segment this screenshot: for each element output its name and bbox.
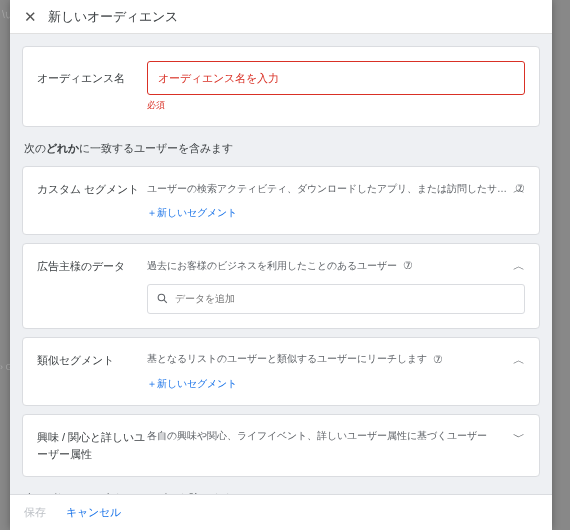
help-icon[interactable]: ⑦ xyxy=(433,352,443,367)
audience-name-input[interactable] xyxy=(147,61,525,95)
save-button: 保存 xyxy=(24,505,46,520)
audience-name-label: オーディエンス名 xyxy=(37,61,147,86)
svg-point-0 xyxy=(158,294,165,301)
chevron-down-icon[interactable]: ﹀ xyxy=(513,429,525,446)
chevron-up-icon[interactable]: ︿ xyxy=(513,258,525,275)
interests-demographics-panel: 興味 / 関心と詳しいユーザー属性 各自の興味や関心、ライフイベント、詳しいユー… xyxy=(22,414,540,477)
modal-header: ✕ 新しいオーディエンス xyxy=(10,0,552,34)
data-search-box[interactable] xyxy=(147,284,525,314)
chevron-up-icon[interactable]: ︿ xyxy=(513,352,525,369)
advertiser-data-panel: 広告主様のデータ 過去にお客様のビジネスを利用したことのあるユーザー ⑦ ︿ xyxy=(22,243,540,328)
similar-segments-panel: 類似セグメント 基となるリストのユーザーと類似するユーザーにリーチします ⑦ ＋… xyxy=(22,337,540,406)
modal-footer: 保存 キャンセル xyxy=(10,494,552,530)
custom-segments-panel: カスタム セグメント ユーザーの検索アクティビティ、ダウンロードしたアプリ、また… xyxy=(22,166,540,235)
svg-line-1 xyxy=(164,300,167,303)
panel-desc: 過去にお客様のビジネスを利用したことのあるユーザー xyxy=(147,259,397,273)
close-icon[interactable]: ✕ xyxy=(18,8,42,26)
chevron-up-icon[interactable]: ︿ xyxy=(513,181,525,198)
panel-desc: 基となるリストのユーザーと類似するユーザーにリーチします xyxy=(147,352,427,366)
panel-desc: 各自の興味や関心、ライフイベント、詳しいユーザー属性に基づくユーザー xyxy=(147,429,487,443)
panel-label: カスタム セグメント xyxy=(37,181,147,198)
panel-label: 広告主様のデータ xyxy=(37,258,147,275)
panel-label: 興味 / 関心と詳しいユーザー属性 xyxy=(37,429,147,462)
modal-body: オーディエンス名 必須 次のどれかに一致するユーザーを含みます カスタム セグメ… xyxy=(10,34,552,530)
help-icon[interactable]: ⑦ xyxy=(403,258,413,273)
audience-modal: ✕ 新しいオーディエンス オーディエンス名 必須 次のどれかに一致するユーザーを… xyxy=(10,0,552,530)
cancel-button[interactable]: キャンセル xyxy=(66,505,121,520)
include-section-title: 次のどれかに一致するユーザーを含みます xyxy=(24,141,540,156)
data-search-input[interactable] xyxy=(175,293,516,304)
search-icon xyxy=(156,292,169,305)
audience-name-card: オーディエンス名 必須 xyxy=(22,46,540,127)
panel-label: 類似セグメント xyxy=(37,352,147,369)
add-segment-link[interactable]: ＋新しいセグメント xyxy=(147,206,525,220)
panel-desc: ユーザーの検索アクティビティ、ダウンロードしたアプリ、または訪問したサ… xyxy=(147,182,509,196)
required-text: 必須 xyxy=(147,99,525,112)
add-segment-link[interactable]: ＋新しいセグメント xyxy=(147,377,525,391)
modal-title: 新しいオーディエンス xyxy=(48,8,178,26)
